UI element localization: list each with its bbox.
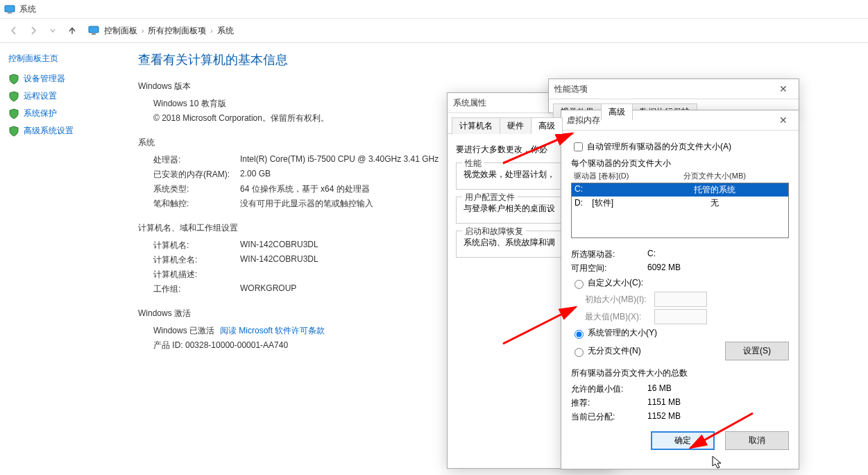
forward-button[interactable] bbox=[25, 22, 42, 39]
sidebar-item-label: 远程设置 bbox=[24, 90, 57, 102]
value-workgroup: WORKGROUP bbox=[240, 283, 296, 295]
up-button[interactable] bbox=[64, 22, 80, 39]
value-selected-drive: C: bbox=[647, 249, 656, 260]
chevron-right-icon: › bbox=[142, 27, 144, 35]
col-size: 分页文件大小(MB) bbox=[643, 171, 786, 181]
value-cfullname: WIN-142COBRU3DL bbox=[240, 254, 318, 266]
sidebar-item-system-protection[interactable]: 系统保护 bbox=[8, 108, 123, 119]
label-selected-drive: 所选驱动器: bbox=[571, 249, 647, 260]
sidebar-item-label: 系统保护 bbox=[24, 108, 57, 119]
sidebar: 控制面板主页 设备管理器 远程设置 系统保护 高级系统设置 bbox=[0, 43, 131, 362]
address-bar: 控制面板 › 所有控制面板项 › 系统 bbox=[0, 19, 868, 43]
label-avail-space: 可用空间: bbox=[571, 262, 647, 274]
initial-size-input bbox=[654, 292, 707, 307]
shield-icon bbox=[8, 126, 19, 137]
radio-custom-size[interactable]: 自定义大小(C): bbox=[571, 277, 789, 289]
performance-options-dialog: 性能选项 ✕ 视觉效果 高级 数据执行保护 bbox=[548, 78, 799, 113]
label-pen: 笔和触控: bbox=[153, 198, 240, 210]
label-cname: 计算机名: bbox=[153, 240, 240, 251]
virtual-memory-dialog: 虚拟内存 ✕ 自动管理所有驱动器的分页文件大小(A) 每个驱动器的分页文件大小 … bbox=[561, 110, 799, 469]
value-systype: 64 位操作系统，基于 x64 的处理器 bbox=[240, 183, 370, 195]
close-icon[interactable]: ✕ bbox=[774, 82, 793, 96]
breadcrumb-item[interactable]: 控制面板 bbox=[104, 25, 137, 37]
label-recommended: 推荐: bbox=[571, 397, 647, 409]
label-processor: 处理器: bbox=[153, 154, 240, 166]
set-button[interactable]: 设置(S) bbox=[725, 342, 789, 360]
sidebar-item-remote-settings[interactable]: 远程设置 bbox=[8, 90, 123, 102]
auto-manage-checkbox[interactable]: 自动管理所有驱动器的分页文件大小(A) bbox=[571, 140, 789, 153]
page-title: 查看有关计算机的基本信息 bbox=[138, 51, 861, 68]
svg-rect-0 bbox=[5, 6, 15, 12]
label-systype: 系统类型: bbox=[153, 183, 240, 195]
col-drive: 驱动器 [卷标](D) bbox=[574, 171, 643, 181]
license-terms-link[interactable]: 阅读 Microsoft 软件许可条款 bbox=[220, 325, 325, 337]
svg-rect-2 bbox=[89, 26, 99, 33]
value-avail-space: 6092 MB bbox=[647, 262, 681, 274]
value-pen: 没有可用于此显示器的笔或触控输入 bbox=[240, 198, 373, 210]
back-button[interactable] bbox=[6, 22, 22, 39]
breadcrumb-item[interactable]: 所有控制面板项 bbox=[148, 25, 206, 37]
sidebar-item-label: 高级系统设置 bbox=[24, 125, 74, 137]
product-id: 产品 ID: 00328-10000-00001-AA740 bbox=[153, 340, 288, 351]
tab-advanced[interactable]: 高级 bbox=[601, 103, 633, 120]
radio-no-paging[interactable]: 无分页文件(N) bbox=[571, 345, 641, 357]
shield-icon bbox=[8, 91, 19, 102]
label-initial-size: 初始大小(MB)(I): bbox=[585, 294, 654, 306]
breadcrumb-item[interactable]: 系统 bbox=[217, 25, 234, 37]
auto-manage-checkbox-input[interactable] bbox=[574, 142, 583, 151]
totals-heading: 所有驱动器分页文件大小的总数 bbox=[571, 367, 789, 379]
group-performance: 性能 bbox=[462, 158, 484, 169]
activation-status: Windows 已激活 bbox=[153, 325, 214, 337]
value-min: 16 MB bbox=[647, 383, 672, 395]
group-userprofile: 用户配置文件 bbox=[462, 192, 518, 203]
pc-icon bbox=[87, 24, 100, 37]
drive-row-c[interactable]: C: 托管的系统 bbox=[572, 183, 788, 197]
windows-edition: Windows 10 教育版 bbox=[153, 98, 226, 110]
dialog-title: 虚拟内存 bbox=[567, 115, 600, 126]
drive-list[interactable]: C: 托管的系统 D: [软件] 无 bbox=[571, 183, 789, 238]
group-startup: 启动和故障恢复 bbox=[462, 226, 526, 238]
label-current: 当前已分配: bbox=[571, 411, 647, 423]
shield-icon bbox=[8, 108, 19, 119]
label-workgroup: 工作组: bbox=[153, 283, 240, 295]
window-title: 系统 bbox=[19, 3, 36, 15]
value-ram: 2.00 GB bbox=[240, 169, 271, 181]
window-titlebar: 系统 bbox=[0, 0, 868, 19]
tab-advanced[interactable]: 高级 bbox=[531, 117, 563, 134]
windows-copyright: © 2018 Microsoft Corporation。保留所有权利。 bbox=[153, 112, 329, 124]
tab-computer-name[interactable]: 计算机名 bbox=[452, 117, 500, 134]
radio-system-managed[interactable]: 系统管理的大小(Y) bbox=[571, 327, 789, 339]
label-cfullname: 计算机全名: bbox=[153, 254, 240, 266]
value-recommended: 1151 MB bbox=[647, 397, 681, 409]
close-icon[interactable]: ✕ bbox=[774, 113, 793, 127]
label-cdesc: 计算机描述: bbox=[153, 269, 240, 281]
drive-row-d[interactable]: D: [软件] 无 bbox=[572, 197, 788, 210]
label-max-size: 最大值(MB)(X): bbox=[585, 311, 654, 323]
max-size-input bbox=[654, 309, 707, 324]
value-cname: WIN-142COBRU3DL bbox=[240, 240, 318, 251]
history-dropdown-icon[interactable] bbox=[44, 22, 61, 39]
auto-manage-label: 自动管理所有驱动器的分页文件大小(A) bbox=[587, 141, 731, 153]
chevron-right-icon: › bbox=[210, 27, 212, 35]
dialog-title: 系统属性 bbox=[453, 97, 486, 109]
cancel-button[interactable]: 取消 bbox=[725, 431, 789, 450]
ok-button[interactable]: 确定 bbox=[651, 431, 715, 450]
system-icon bbox=[4, 3, 15, 15]
per-drive-heading: 每个驱动器的分页文件大小 bbox=[571, 158, 789, 169]
tab-hardware[interactable]: 硬件 bbox=[500, 117, 531, 134]
dialog-title: 性能选项 bbox=[554, 83, 588, 95]
sidebar-item-label: 设备管理器 bbox=[24, 73, 65, 85]
svg-rect-3 bbox=[92, 33, 96, 35]
svg-rect-1 bbox=[8, 12, 12, 14]
sidebar-item-advanced-settings[interactable]: 高级系统设置 bbox=[8, 125, 123, 137]
value-current: 1152 MB bbox=[647, 411, 681, 423]
dialog-titlebar[interactable]: 虚拟内存 ✕ bbox=[561, 110, 799, 131]
shield-icon bbox=[8, 74, 19, 85]
label-min: 允许的最小值: bbox=[571, 383, 647, 395]
control-panel-home-link[interactable]: 控制面板主页 bbox=[8, 53, 123, 65]
label-ram: 已安装的内存(RAM): bbox=[153, 169, 240, 181]
value-processor: Intel(R) Core(TM) i5-7500 CPU @ 3.40GHz … bbox=[240, 154, 439, 166]
dialog-titlebar[interactable]: 性能选项 ✕ bbox=[549, 79, 799, 99]
sidebar-item-device-manager[interactable]: 设备管理器 bbox=[8, 73, 123, 85]
